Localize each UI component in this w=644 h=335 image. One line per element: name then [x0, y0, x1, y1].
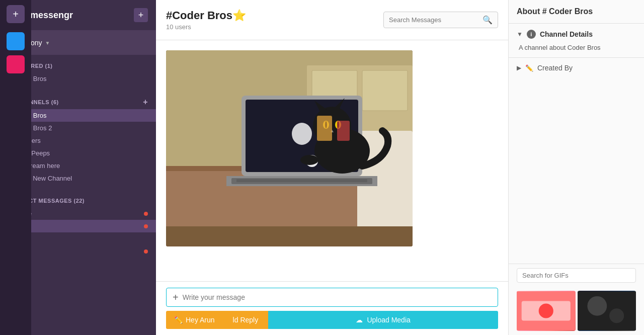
svg-rect-31	[578, 291, 636, 330]
svg-rect-13	[236, 179, 367, 182]
unread-indicator	[144, 224, 148, 228]
chevron-right-icon: ▶	[517, 64, 521, 71]
search-input[interactable]	[389, 16, 479, 24]
svg-rect-26	[317, 116, 332, 141]
messages-area	[156, 40, 508, 281]
chevron-down-icon: ▼	[45, 40, 50, 46]
image-message	[156, 40, 508, 252]
unread-indicator	[144, 212, 148, 216]
unread-indicator	[144, 249, 148, 254]
add-channel-button[interactable]: +	[143, 98, 148, 106]
spacer	[509, 78, 644, 264]
gif-search-area	[509, 264, 644, 287]
edit-icon: ✏️	[174, 316, 183, 324]
channel-title: #Coder Bros⭐	[166, 9, 246, 22]
svg-point-32	[587, 296, 607, 316]
message-input[interactable]	[183, 293, 492, 301]
svg-point-24	[300, 155, 318, 165]
channel-details-toggle[interactable]: ▼ i Channel Details	[517, 30, 636, 39]
upload-icon: ☁	[356, 316, 363, 324]
attach-button[interactable]: +	[173, 292, 179, 302]
svg-rect-27	[337, 121, 350, 141]
action-buttons: ✏️ Hey Arun ld Reply ☁ Upload Media	[166, 311, 498, 329]
edit-icon: ✏️	[525, 64, 533, 72]
message-image	[166, 50, 413, 246]
star-icon: ⭐	[232, 9, 246, 22]
svg-rect-25	[166, 226, 413, 246]
gif-thumbnail[interactable]	[517, 291, 576, 331]
channel-details-section: ▼ i Channel Details A channel about Code…	[509, 24, 644, 58]
created-by-section: ▶ ✏️ Created By	[509, 58, 644, 78]
main-content: #Coder Bros⭐ 10 users 🔍	[156, 0, 508, 335]
hey-arun-button[interactable]: ✏️ Hey Arun	[166, 311, 223, 329]
gif-thumbnail[interactable]	[578, 291, 636, 331]
channel-users: 10 users	[166, 23, 246, 31]
right-panel: About # Coder Bros ▼ i Channel Details A…	[508, 0, 644, 335]
icon-strip: +	[0, 0, 31, 335]
svg-point-33	[609, 308, 624, 323]
svg-point-10	[292, 123, 312, 145]
channel-description: A channel about Coder Bros	[517, 44, 636, 51]
upload-button[interactable]: ☁ Upload Media	[268, 311, 498, 329]
message-input-row: +	[166, 288, 498, 307]
add-button[interactable]: +	[7, 5, 25, 23]
search-icon[interactable]: 🔍	[482, 15, 493, 25]
svg-point-30	[539, 303, 553, 318]
gif-search-input[interactable]	[517, 268, 636, 283]
about-title: About # Coder Bros	[509, 0, 644, 24]
add-workspace-button[interactable]: +	[134, 8, 148, 22]
workspace-icon-1[interactable]	[7, 32, 25, 50]
chevron-down-icon: ▼	[517, 31, 523, 38]
created-by-toggle[interactable]: ▶ ✏️ Created By	[517, 64, 636, 72]
details-label: Channel Details	[540, 30, 593, 38]
workspace-icon-2[interactable]	[7, 55, 25, 73]
info-icon: i	[527, 30, 536, 39]
channel-header: #Coder Bros⭐ 10 users 🔍	[156, 0, 508, 40]
app-name: messengr	[30, 10, 73, 21]
input-area: + ✏️ Hey Arun ld Reply ☁ Upload Media	[156, 281, 508, 335]
created-by-label: Created By	[537, 64, 573, 72]
reply-button[interactable]: ld Reply	[223, 311, 269, 329]
gif-grid	[509, 287, 644, 335]
svg-rect-6	[362, 70, 408, 111]
search-bar: 🔍	[383, 12, 498, 28]
